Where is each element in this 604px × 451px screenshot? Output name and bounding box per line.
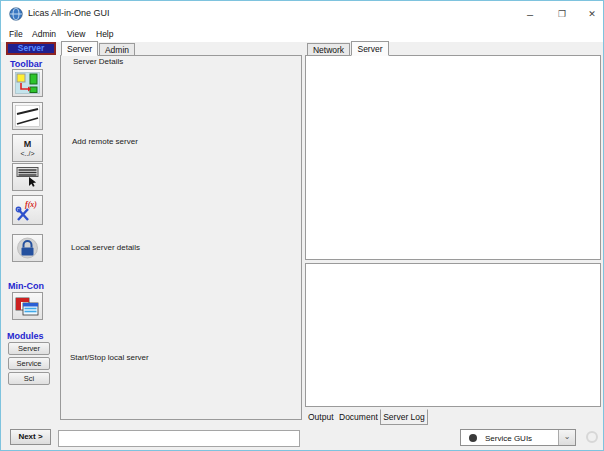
- windows-console-icon: [15, 295, 40, 317]
- next-button[interactable]: Next >: [10, 429, 51, 445]
- tab-server-graph[interactable]: Server: [351, 41, 389, 56]
- module-sci-button[interactable]: Sci: [8, 372, 50, 385]
- sidebar-server-toggle[interactable]: Server: [6, 42, 56, 55]
- lock-icon: [15, 237, 40, 259]
- list-cursor-tool-button[interactable]: [12, 163, 43, 191]
- svg-text:f(x): f(x): [25, 200, 37, 209]
- service-guis-combo[interactable]: Service GUIs ⌄: [460, 429, 576, 446]
- tab-server-log[interactable]: Server Log: [380, 409, 428, 425]
- menu-file[interactable]: File: [9, 29, 23, 39]
- server-tab-pane: [60, 55, 302, 420]
- title-bar: Licas All-in-One GUI – ❐ ✕: [1, 1, 603, 27]
- status-field[interactable]: [58, 430, 300, 447]
- split-lines-tool-button[interactable]: [12, 102, 43, 130]
- toolbar-label: Toolbar: [10, 59, 42, 69]
- menu-help[interactable]: Help: [96, 29, 113, 39]
- fx-tools-tool-button[interactable]: f(x): [12, 195, 43, 225]
- min-console-button[interactable]: [12, 292, 43, 320]
- local-details-title: Local server details: [68, 243, 143, 252]
- modules-label: Modules: [7, 331, 44, 341]
- licas-app-window: Licas All-in-One GUI – ❐ ✕ File Admin Vi…: [0, 0, 604, 451]
- service-dot-icon: [469, 434, 477, 442]
- min-con-label: Min-Con: [8, 281, 44, 291]
- menu-admin[interactable]: Admin: [32, 29, 56, 39]
- list-cursor-icon: [15, 166, 40, 188]
- fx-tools-icon: f(x): [15, 198, 40, 222]
- module-server-button[interactable]: Server: [8, 342, 50, 355]
- tab-document[interactable]: Document: [339, 412, 378, 422]
- graph-pane: [305, 55, 601, 260]
- module-service-button[interactable]: Service: [8, 357, 50, 370]
- tab-output[interactable]: Output: [308, 412, 334, 422]
- lock-tool-button[interactable]: [12, 234, 43, 262]
- maximize-button[interactable]: ❐: [547, 1, 577, 27]
- add-remote-title: Add remote server: [69, 137, 141, 146]
- method-xml-tool-button[interactable]: M <../>: [12, 134, 43, 162]
- minimize-button[interactable]: –: [515, 1, 545, 27]
- menu-view[interactable]: View: [67, 29, 85, 39]
- network-diagram-tool-button[interactable]: [12, 69, 43, 97]
- tab-server[interactable]: Server: [61, 41, 98, 56]
- menu-bar: File Admin View Help: [1, 27, 603, 42]
- close-button[interactable]: ✕: [577, 1, 604, 27]
- start-stop-title: Start/Stop local server: [67, 353, 152, 362]
- status-ring-icon: [586, 431, 598, 443]
- method-xml-icon: M <../>: [15, 137, 40, 159]
- window-title: Licas All-in-One GUI: [28, 8, 110, 18]
- log-pane: [305, 263, 601, 407]
- app-globe-icon: [9, 7, 23, 21]
- svg-text:<../>: <../>: [20, 150, 34, 157]
- service-guis-label: Service GUIs: [485, 434, 532, 443]
- server-details-title: Server Details: [70, 57, 126, 66]
- network-diagram-icon: [15, 72, 40, 94]
- service-guis-chevron-down-icon[interactable]: ⌄: [558, 430, 575, 445]
- svg-text:M: M: [24, 139, 32, 149]
- diagonal-lines-icon: [15, 105, 40, 127]
